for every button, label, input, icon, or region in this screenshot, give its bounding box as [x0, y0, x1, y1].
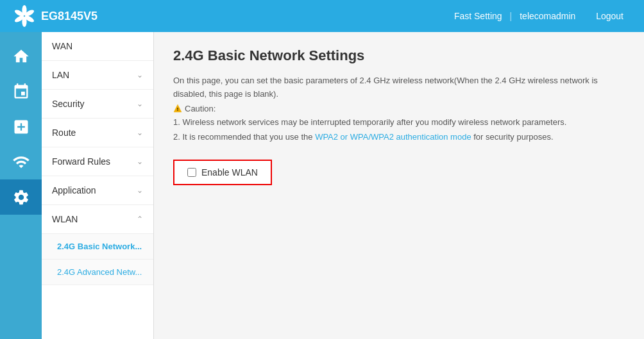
plus-icon [12, 118, 30, 136]
caution-label: Caution: [185, 104, 216, 113]
nav-divider2 [583, 11, 588, 21]
sidebar-icon-plus[interactable] [0, 109, 42, 144]
sidebar-item-route[interactable]: Route ⌄ [42, 119, 153, 147]
sidebar-item-security-label: Security [52, 99, 85, 109]
sidebar-item-wlan[interactable]: WLAN ⌃ [42, 205, 153, 234]
content-area: 2.4G Basic Network Settings On this page… [154, 32, 644, 339]
sidebar-item-forward-rules[interactable]: Forward Rules ⌄ [42, 147, 153, 176]
sidebar-item-lan[interactable]: LAN ⌄ [42, 61, 153, 90]
sidebar-icon-signal[interactable] [0, 144, 42, 179]
enable-wlan-label: Enable WLAN [201, 167, 258, 178]
chevron-down-icon: ⌄ [137, 157, 143, 166]
caution-section: ! Caution: 1. Wireless network services … [173, 104, 625, 145]
nav-divider: | [510, 11, 513, 21]
header: EG8145V5 Fast Setting | telecomadmin Log… [0, 0, 644, 32]
sidebar-icon-home[interactable] [0, 38, 42, 74]
logo-icon [13, 4, 36, 28]
sidebar-icon-network[interactable] [0, 74, 42, 109]
signal-icon [12, 153, 30, 171]
fast-setting-link[interactable]: Fast Setting [446, 11, 510, 21]
chevron-down-icon: ⌄ [137, 70, 143, 79]
chevron-down-icon: ⌄ [137, 99, 143, 108]
caution-item-2: 2. It is recommended that you use the WP… [173, 129, 625, 144]
warning-icon: ! [173, 104, 182, 113]
wpa2-link[interactable]: WPA2 or WPA/WPA2 authentication mode [315, 132, 471, 142]
enable-wlan-box: Enable WLAN [173, 160, 272, 185]
main-area: WAN LAN ⌄ Security ⌄ Route ⌄ Forward Rul… [0, 32, 644, 339]
text-sidebar: WAN LAN ⌄ Security ⌄ Route ⌄ Forward Rul… [42, 32, 154, 339]
chevron-up-icon: ⌃ [137, 215, 143, 224]
sidebar-submenu-2g-basic[interactable]: 2.4G Basic Network... [42, 234, 153, 260]
sidebar-item-wan-label: WAN [52, 41, 72, 51]
content-description: On this page, you can set the basic para… [173, 74, 625, 101]
sidebar-item-route-label: Route [52, 128, 76, 138]
sidebar-item-wlan-label: WLAN [52, 214, 78, 224]
header-nav: Fast Setting | telecomadmin Logout [446, 11, 631, 21]
sidebar-item-application[interactable]: Application ⌄ [42, 176, 153, 205]
sidebar-item-application-label: Application [52, 185, 96, 195]
chevron-down-icon: ⌄ [137, 128, 143, 137]
sidebar-item-security[interactable]: Security ⌄ [42, 90, 153, 119]
sidebar-item-forward-rules-label: Forward Rules [52, 156, 110, 167]
sidebar-icon-settings[interactable] [0, 179, 42, 215]
logo-area: EG8145V5 [13, 4, 97, 28]
page-title: 2.4G Basic Network Settings [173, 47, 625, 64]
sidebar-submenu-2g-advanced[interactable]: 2.4G Advanced Netw... [42, 260, 153, 285]
sidebar-item-wan[interactable]: WAN [42, 32, 153, 61]
caution-title: ! Caution: [173, 104, 625, 113]
sidebar-item-lan-label: LAN [52, 70, 69, 80]
caution-list: 1. Wireless network services may be inte… [173, 115, 625, 145]
settings-icon [12, 188, 30, 206]
icon-sidebar [0, 32, 42, 339]
enable-wlan-checkbox[interactable] [187, 168, 196, 177]
home-icon [12, 47, 30, 65]
chevron-down-icon: ⌄ [137, 186, 143, 195]
user-link[interactable]: telecomadmin [512, 11, 583, 21]
network-icon [12, 83, 30, 101]
caution-item-1: 1. Wireless network services may be inte… [173, 115, 625, 129]
logout-link[interactable]: Logout [588, 11, 631, 21]
svg-text:!: ! [177, 106, 179, 112]
app-title: EG8145V5 [41, 10, 97, 23]
